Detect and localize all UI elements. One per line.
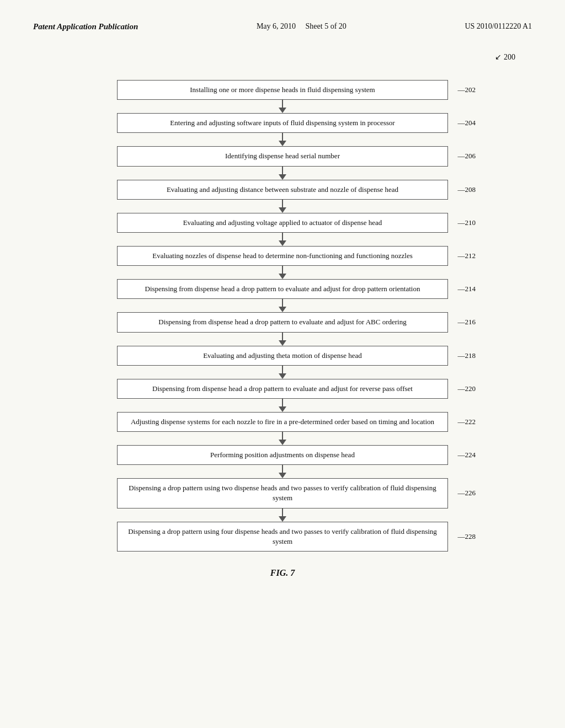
arrow-connector-208 xyxy=(89,167,476,180)
step-num-228: —228 xyxy=(458,532,476,541)
sheet-label: Sheet 5 of 20 xyxy=(306,22,347,30)
arrow-down xyxy=(279,340,286,346)
arrow-connector-214 xyxy=(89,266,476,279)
step-num-206: —206 xyxy=(458,152,476,160)
ref-200: ↙200 xyxy=(495,52,515,62)
arrow-line xyxy=(282,233,283,240)
arrow-connector-220 xyxy=(89,366,476,379)
page-header: Patent Application Publication May 6, 20… xyxy=(33,22,532,36)
step-num-220: —220 xyxy=(458,384,476,393)
patent-number: US 2010/0112220 A1 xyxy=(465,22,532,31)
arrow-line xyxy=(282,399,283,406)
arrow-line xyxy=(282,100,283,108)
arrow-down xyxy=(279,440,286,445)
arrow-connector-218 xyxy=(89,333,476,346)
flow-box-206: Identifying dispense head serial number xyxy=(117,146,448,166)
arrow-connector-224 xyxy=(89,432,476,445)
page: Patent Application Publication May 6, 20… xyxy=(0,0,565,728)
flow-row-224: Performing position adjustments on dispe… xyxy=(89,445,476,465)
flow-box-220: Dispensing from dispense head a drop pat… xyxy=(117,379,448,399)
arrow-connector-212 xyxy=(89,233,476,246)
flow-box-218: Evaluating and adjusting theta motion of… xyxy=(117,346,448,366)
arrow-down xyxy=(279,373,286,379)
step-num-218: —218 xyxy=(458,351,476,360)
arrow-down xyxy=(279,274,286,279)
flow-row-220: Dispensing from dispense head a drop pat… xyxy=(89,379,476,399)
arrow-line xyxy=(282,366,283,373)
arrow-connector-206 xyxy=(89,133,476,146)
flow-steps-container: Installing one or more dispense heads in… xyxy=(89,80,476,552)
flow-box-214: Dispensing from dispense head a drop pat… xyxy=(117,279,448,299)
arrow-connector-210 xyxy=(89,200,476,213)
flow-row-214: Dispensing from dispense head a drop pat… xyxy=(89,279,476,299)
step-num-202: —202 xyxy=(458,85,476,94)
arrow-down xyxy=(279,473,286,478)
flow-row-228: Dispensing a drop pattern using four dis… xyxy=(89,522,476,552)
flow-box-224: Performing position adjustments on dispe… xyxy=(117,445,448,465)
flow-row-210: Evaluating and adjusting voltage applied… xyxy=(89,213,476,233)
arrow-down xyxy=(279,406,286,412)
arrow-line xyxy=(282,465,283,473)
step-num-210: —210 xyxy=(458,218,476,227)
flow-row-202: Installing one or more dispense heads in… xyxy=(89,80,476,100)
arrow-down xyxy=(279,108,286,113)
step-num-208: —208 xyxy=(458,185,476,194)
step-num-214: —214 xyxy=(458,285,476,293)
flow-row-204: Entering and adjusting software inputs o… xyxy=(89,113,476,133)
flow-row-208: Evaluating and adjusting distance betwee… xyxy=(89,180,476,200)
ref-arrow: ↙ xyxy=(495,52,502,62)
arrow-connector-216 xyxy=(89,299,476,312)
flow-box-228: Dispensing a drop pattern using four dis… xyxy=(117,522,448,552)
flow-box-208: Evaluating and adjusting distance betwee… xyxy=(117,180,448,200)
arrow-line xyxy=(282,299,283,307)
flow-box-216: Dispensing from dispense head a drop pat… xyxy=(117,312,448,332)
step-num-216: —216 xyxy=(458,318,476,326)
arrow-line xyxy=(282,333,283,340)
flow-row-218: Evaluating and adjusting theta motion of… xyxy=(89,346,476,366)
arrow-line xyxy=(282,200,283,207)
arrow-line xyxy=(282,167,283,174)
flow-box-226: Dispensing a drop pattern using two disp… xyxy=(117,478,448,508)
arrow-connector-204 xyxy=(89,100,476,113)
flow-box-210: Evaluating and adjusting voltage applied… xyxy=(117,213,448,233)
step-num-204: —204 xyxy=(458,119,476,127)
step-num-212: —212 xyxy=(458,251,476,260)
arrow-line xyxy=(282,133,283,141)
arrow-line xyxy=(282,432,283,440)
arrow-down xyxy=(279,207,286,213)
arrow-connector-228 xyxy=(89,508,476,522)
flow-row-206: Identifying dispense head serial number—… xyxy=(89,146,476,166)
flow-row-222: Adjusting dispense systems for each nozz… xyxy=(89,412,476,432)
flow-box-202: Installing one or more dispense heads in… xyxy=(117,80,448,100)
arrow-line xyxy=(282,266,283,274)
flow-box-212: Evaluating nozzles of dispense head to d… xyxy=(117,246,448,266)
arrow-down xyxy=(279,307,286,312)
arrow-connector-222 xyxy=(89,399,476,412)
publication-label: Patent Application Publication xyxy=(33,22,138,31)
date-label: May 6, 2010 xyxy=(257,22,296,30)
arrow-line xyxy=(282,508,283,516)
flow-box-204: Entering and adjusting software inputs o… xyxy=(117,113,448,133)
header-center: May 6, 2010 Sheet 5 of 20 xyxy=(257,22,347,31)
flow-row-212: Evaluating nozzles of dispense head to d… xyxy=(89,246,476,266)
flow-row-216: Dispensing from dispense head a drop pat… xyxy=(89,312,476,332)
step-num-222: —222 xyxy=(458,417,476,426)
arrow-down xyxy=(279,516,286,522)
flow-diagram: ↙200 Installing one or more dispense hea… xyxy=(33,80,532,578)
arrow-down xyxy=(279,240,286,246)
arrow-down xyxy=(279,174,286,180)
flow-row-226: Dispensing a drop pattern using two disp… xyxy=(89,478,476,508)
step-num-224: —224 xyxy=(458,451,476,459)
flow-box-222: Adjusting dispense systems for each nozz… xyxy=(117,412,448,432)
figure-label: FIG. 7 xyxy=(270,568,295,578)
step-num-226: —226 xyxy=(458,489,476,497)
arrow-connector-226 xyxy=(89,465,476,478)
arrow-down xyxy=(279,141,286,146)
